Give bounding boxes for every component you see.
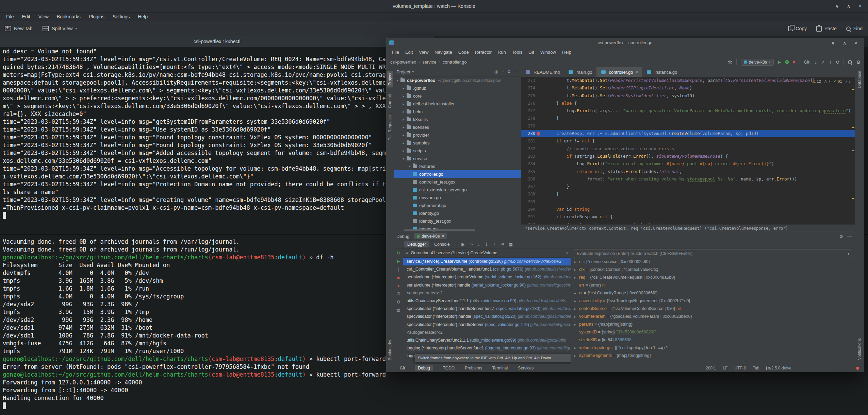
code-line[interactable]: 290 var id string	[521, 206, 855, 213]
stack-frame[interactable]: logging.(*interceptor).handleServer.func…	[403, 344, 571, 352]
evaluate-expression-input[interactable]: Evaluate expression (Enter) or add a wat…	[574, 249, 852, 258]
breadcrumb-item-controller.go[interactable]: controller.go	[443, 59, 467, 65]
expand-icon[interactable]: ▸	[574, 274, 579, 281]
stack-frame[interactable]: serialvolume.(*interceptor).createVolume…	[403, 273, 571, 281]
statusbar-item-git[interactable]: Git	[400, 366, 405, 370]
debug-tab-debugger[interactable]: Debugger	[404, 241, 429, 247]
project-item-samples[interactable]: ▸samples	[394, 139, 521, 147]
error-stripe-mark[interactable]	[852, 198, 854, 199]
build-hammer-icon[interactable]: ⚒	[728, 59, 732, 65]
variable-row-ctx[interactable]: ▸ctx = {context.Context | *context.value…	[571, 266, 855, 274]
view-breakpoints-icon[interactable]: ●	[397, 283, 400, 288]
code-line[interactable]: 274 t.MetaData().Set(HeaderCSIPluginIden…	[521, 84, 855, 92]
run-configuration-select[interactable]: delve-k8s ▾	[741, 59, 774, 66]
expand-icon[interactable]: ▸	[574, 313, 579, 321]
inspection-indicator[interactable]: ⚠12	[812, 79, 821, 84]
code-line[interactable]: 281 if err != nil {	[521, 137, 855, 145]
menu-item-file[interactable]: File	[2, 13, 18, 21]
breadcrumb-item-service[interactable]: service	[422, 59, 436, 65]
project-item-core[interactable]: ▸core	[394, 92, 521, 100]
stack-frame[interactable]: utils.ChainUnaryServer.func2.1.1 (utils_…	[403, 297, 571, 305]
variable-row-err[interactable]: err = {error} nil	[571, 281, 855, 289]
menu-item-window[interactable]: Window	[537, 48, 559, 57]
collapse-all-icon[interactable]: −	[501, 69, 504, 74]
expand-icon[interactable]: ▸	[574, 305, 579, 313]
stack-frame[interactable]: service.(*service).CreateVolume (control…	[403, 258, 571, 265]
project-item-service[interactable]: ▾service	[394, 155, 521, 162]
panel-settings-icon[interactable]: ⚙	[839, 234, 843, 239]
inspection-nav-icons[interactable]: ∧∨	[845, 80, 852, 83]
expand-icon[interactable]: ▸	[574, 266, 579, 274]
maximize-icon[interactable]: ∧	[846, 3, 852, 9]
line-separator[interactable]: LF	[723, 366, 727, 370]
statusbar-item-services[interactable]: Services	[518, 366, 534, 370]
variable-row-contentSource[interactable]: ▸contentSource = {*csi.VolumeContentSour…	[571, 305, 855, 313]
search-everywhere-icon[interactable]	[848, 60, 852, 64]
code-line[interactable]: 278 }	[521, 115, 855, 122]
project-item-controller.go[interactable]: controller.go	[394, 170, 521, 178]
code-line[interactable]: 283 if !strings.EqualFold(err.Error(), s…	[521, 153, 855, 160]
menu-item-view[interactable]: View	[34, 13, 53, 21]
horizontal-scrollbar[interactable]	[404, 229, 475, 231]
project-item-helm[interactable]: ▸helm	[394, 108, 521, 116]
caret-position[interactable]: 280:1	[706, 366, 716, 370]
expand-icon[interactable]: ▸	[574, 258, 579, 266]
project-item-identity.go[interactable]: identity.go	[394, 209, 521, 217]
file-encoding[interactable]: UTF-8	[734, 366, 746, 370]
variable-row-s[interactable]: ▸s = {*service.service | 0xc000002c80}	[571, 258, 855, 266]
project-item-envvars.go[interactable]: envvars.go	[394, 194, 521, 202]
editor-tab-README.md[interactable]: README.md	[521, 67, 564, 77]
project-item-identity_test.gox[interactable]: identity_test.gox	[394, 217, 521, 225]
tool-stripe-database[interactable]: Database	[857, 71, 862, 88]
expand-icon[interactable]: ▸	[574, 289, 579, 297]
debug-session-tab[interactable]: delve-k8s ×	[414, 233, 447, 239]
menu-item-edit[interactable]: Edit	[402, 48, 416, 57]
menu-item-plugins[interactable]: Plugins	[85, 13, 109, 21]
menu-item-help[interactable]: Help	[559, 48, 574, 57]
menu-item-run[interactable]: Run	[495, 48, 509, 57]
find-button[interactable]: Find	[846, 21, 863, 36]
menu-item-edit[interactable]: Edit	[18, 13, 34, 21]
code-line[interactable]: 288 }	[521, 190, 855, 198]
close-icon[interactable]: ×	[853, 40, 859, 46]
tool-stripe-bookmarks[interactable]: Bookmarks	[388, 340, 392, 360]
tool-stripe-project[interactable]: Project	[387, 71, 393, 87]
error-stripe-mark[interactable]	[852, 127, 854, 128]
maximize-icon[interactable]: ∧	[841, 40, 848, 46]
run-to-cursor-icon[interactable]: ⇥	[500, 242, 504, 247]
code-line[interactable]: 285 return nil, status.Errorf(codes.Inte…	[521, 168, 855, 175]
expand-icon[interactable]: ▸	[574, 321, 579, 328]
konsole-titlebar[interactable]: volumes_template : watch — Konsole ∨∧×	[0, 0, 868, 13]
minimize-panel-icon[interactable]: —	[847, 234, 852, 239]
project-item-k8sutils[interactable]: ▸k8sutils	[394, 116, 521, 123]
stack-frame[interactable]: specvalidator.(*interceptor).handleServe…	[403, 321, 571, 329]
git-history-icon[interactable]: ↺	[836, 59, 840, 65]
stack-frame[interactable]: utils.ChainUnaryServer.func2.1.1 (utils_…	[403, 336, 571, 344]
statusbar-item-debug[interactable]: Debug	[415, 365, 432, 371]
pause-icon[interactable]: ∥	[397, 267, 400, 272]
code-line[interactable]: 273 t.MetaData().Set(HeaderPersistentVol…	[521, 77, 855, 84]
code-line[interactable]: 284 Log.Printf("error creating volume: #…	[521, 160, 855, 168]
layout-icon[interactable]: ▦	[396, 308, 400, 313]
close-icon[interactable]: ×	[857, 3, 863, 9]
stop-button[interactable]: ■	[793, 59, 796, 65]
project-root[interactable]: ▾csi-powerflex~/go/src/github.com/coulof…	[394, 76, 521, 84]
code-line[interactable]: 277 Log.Println( args...: "warning: gosc…	[521, 107, 855, 115]
project-item-ephemeral.go[interactable]: ephemeral.go	[394, 202, 521, 209]
git-push-icon[interactable]: ↑	[829, 59, 832, 65]
variable-row-params[interactable]: ▸params = {map[string]string}	[571, 321, 855, 328]
debug-button[interactable]	[785, 60, 789, 64]
expand-icon[interactable]: ▸	[574, 297, 579, 305]
indent-style[interactable]: Tab	[753, 366, 759, 370]
minimize-icon[interactable]: ∨	[834, 3, 840, 9]
code-line[interactable]: 291 if createResp == nil {	[521, 213, 855, 221]
statusbar-item-todo[interactable]: TODO	[443, 366, 455, 370]
breadcrumb-item-csi-powerflex[interactable]: csi-powerflex	[390, 59, 416, 65]
ide-titlebar[interactable]: csi-powerflex – controller.go ∨∧×	[386, 38, 864, 48]
variable-row-req[interactable]: ▸req = {*csi.CreateVolumeRequest | 0xc00…	[571, 274, 855, 281]
settings-icon[interactable]: ⚙	[396, 299, 400, 305]
project-item-dell-csi-helm-installer[interactable]: ▸dell-csi-helm-installer	[394, 100, 521, 108]
panel-settings-icon[interactable]: ⚙	[507, 69, 511, 74]
expand-icon[interactable]: ▸	[574, 352, 579, 360]
code-line[interactable]: 276 } else {	[521, 100, 855, 107]
